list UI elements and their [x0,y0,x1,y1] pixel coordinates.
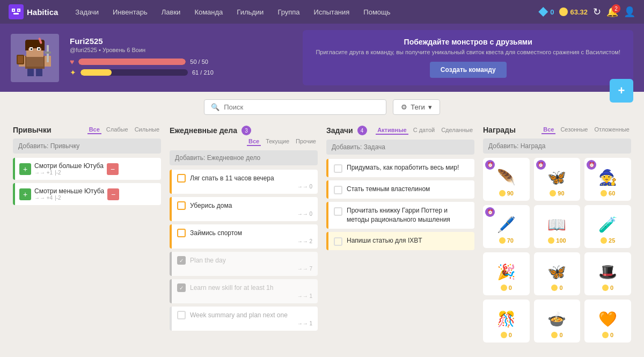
list-item[interactable]: 🧪 25 [584,205,631,248]
daily-checkbox[interactable] [177,229,186,237]
tasks-tab-dated[interactable]: С датой [412,126,436,135]
list-item[interactable]: ⏰ 🖊️ 70 [483,205,530,248]
tasks-header: Задачи 4 Активные С датой Сделанные [326,126,474,135]
task-checkbox[interactable] [334,237,342,246]
nav-party[interactable]: Команда [188,5,229,19]
daily-streak: →→ 1 [177,320,312,326]
reward-cost: 60 [601,190,615,196]
habit-text: Смотри меньше Ютуба [34,187,104,195]
tasks-tab-done[interactable]: Сделанные [440,126,474,135]
add-daily-button[interactable]: Добавить: Ежедневное дело [170,150,318,165]
dailies-tab-all[interactable]: Все [247,137,261,146]
habits-column: Привычки Все Слабые Сильные Добавить: Пр… [9,126,165,343]
reward-cost: 0 [551,332,562,338]
hp-bar-fill [78,59,186,65]
habits-tab-strong[interactable]: Сильные [133,126,161,134]
quest-title: Побеждайте монстров с друзьями [316,38,620,46]
main-columns: Привычки Все Слабые Сильные Добавить: Пр… [0,119,644,349]
dailies-tab-other[interactable]: Прочие [294,137,318,146]
task-text: Придумать, как поработить весь мир! [347,163,459,172]
list-item[interactable]: ⏰ 🧙 60 [584,158,631,201]
list-item[interactable]: 🦋 0 [534,252,581,295]
list-item[interactable]: 🍲 0 [534,300,581,343]
quest-banner: Побеждайте монстров с друзьями Пригласит… [303,30,633,85]
nav-shops[interactable]: Лавки [155,5,187,19]
daily-checkbox[interactable] [177,311,186,319]
daily-checkbox[interactable] [177,174,186,183]
habit-plus-button[interactable]: + [19,188,31,200]
svg-rect-22 [45,52,51,54]
profile-button[interactable]: 👤 [624,6,635,18]
task-checkbox[interactable] [334,207,342,216]
rewards-tab-seasonal[interactable]: Сезонные [559,126,589,134]
add-task-button[interactable]: Добавить: Задача [326,140,474,155]
daily-streak: →→ 7 [177,266,312,272]
svg-rect-24 [18,56,23,63]
tasks-column: Задачи 4 Активные С датой Сделанные Доба… [322,126,479,343]
reward-image: 🧪 [597,214,619,235]
list-item: Напиши статью для IXBT [326,232,474,250]
habit-minus-button[interactable]: − [107,188,119,200]
task-checkbox[interactable] [334,164,342,173]
habit-plus-button[interactable]: + [19,163,31,175]
habit-minus-button[interactable]: − [107,163,119,175]
svg-rect-16 [41,45,45,50]
rewards-tab-all[interactable]: Все [541,126,555,134]
nav-challenges[interactable]: Испытания [308,5,356,19]
rewards-column: Награды Все Сезонные Отложенные Добавить… [479,126,635,343]
list-item: + Смотри больше Ютуба →→ +1 |-2 − [13,158,161,180]
create-party-button[interactable]: Создать команду [430,62,507,78]
list-item[interactable]: 🎊 0 [483,300,530,343]
nav-help[interactable]: Помощь [357,5,397,19]
avatar-sprite [13,37,56,79]
profile-header: Furi2525 @furi2525 • Уровень 6 Воин ♥ 50… [0,24,644,92]
list-item[interactable]: 🎉 0 [483,252,530,295]
nav-group[interactable]: Группа [271,5,306,19]
profile-info: Furi2525 @furi2525 • Уровень 6 Воин ♥ 50… [70,37,219,79]
task-text: Напиши статью для IXBT [347,236,422,245]
list-item[interactable]: ⏰ 🦋 90 [534,158,581,201]
reward-coin-icon [601,237,607,244]
list-item[interactable]: 📖 100 [534,205,581,248]
brand[interactable]: Habitica [9,4,58,19]
reward-image: 🎉 [495,261,517,282]
reward-coin-icon [551,332,558,338]
dailies-tab-current[interactable]: Текущие [264,137,291,146]
nav-tasks[interactable]: Задачи [69,5,105,19]
habits-tab-weak[interactable]: Слабые [105,126,130,134]
list-item: + Смотри меньше Ютуба →→ +4 |-2 − [13,183,161,205]
gem-count-display: 0 [538,7,554,17]
search-bar-row: 🔍 ⚙ Теги ▾ [0,92,644,119]
list-item[interactable]: 🎩 0 [584,252,631,295]
svg-rect-7 [27,68,34,76]
tags-filter-button[interactable]: ⚙ Теги ▾ [393,99,440,115]
reward-coin-icon [499,190,506,196]
tasks-tabs: Активные С датой Сделанные [376,126,474,135]
reward-coin-icon [602,332,609,338]
rewards-tab-deferred[interactable]: Отложенные [592,126,631,134]
rewards-grid-wrap: ⏰ 🪶 90 ⏰ 🦋 90 ⏰ [483,158,631,343]
fab-add-button[interactable]: + [610,79,633,103]
rewards-grid: ⏰ 🪶 90 ⏰ 🦋 90 ⏰ [483,158,631,343]
notifications-button[interactable]: 🔔 2 [606,6,618,18]
daily-checkbox[interactable] [177,201,186,210]
tasks-tab-active[interactable]: Активные [376,126,408,135]
add-habit-button[interactable]: Добавить: Привычку [13,139,161,154]
xp-bar-row: ✦ 61 / 210 [70,68,219,77]
habits-tab-all[interactable]: Все [87,126,101,134]
habits-header: Привычки Все Слабые Сильные [13,126,161,134]
search-input[interactable] [224,103,379,111]
list-item[interactable]: 🧡 0 [584,300,631,343]
daily-checkbox[interactable] [177,256,186,265]
nav-inventory[interactable]: Инвентарь [106,5,154,19]
list-item[interactable]: ⏰ 🪶 90 [483,158,530,201]
daily-checkbox[interactable] [177,283,186,292]
svg-rect-8 [36,68,42,76]
refresh-button[interactable]: ↻ [593,6,601,18]
svg-rect-2 [13,10,14,11]
task-checkbox[interactable] [334,186,342,194]
nav-guilds[interactable]: Гильдии [230,5,270,19]
tasks-badge: 4 [357,126,367,135]
svg-rect-0 [9,4,24,19]
add-reward-button[interactable]: Добавить: Награда [483,139,631,154]
